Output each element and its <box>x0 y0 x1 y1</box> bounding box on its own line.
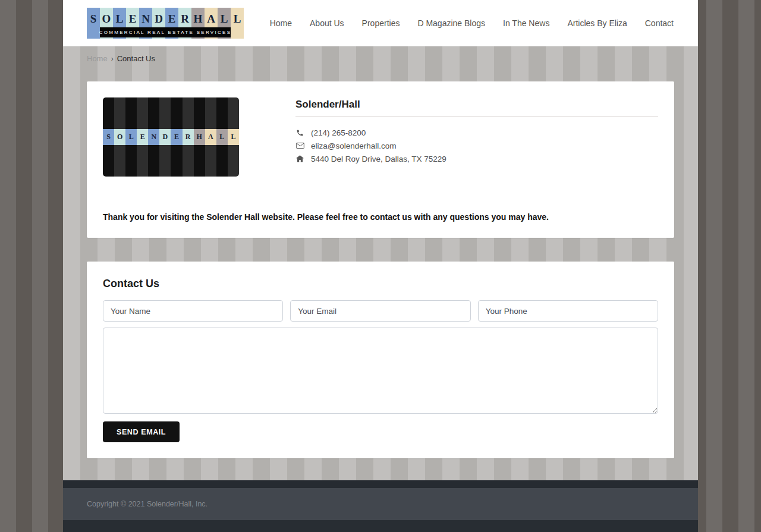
site-logo[interactable]: S O L E N D E R H A L L COMMERCIAL REAL … <box>87 8 244 39</box>
phone-icon <box>295 129 304 137</box>
banner-letter-block: E <box>137 129 148 145</box>
contact-form-fields-row <box>103 300 658 322</box>
desktop-background: S O L E N D E R H A L L COMMERCIAL REAL … <box>0 0 761 532</box>
footer-main: Copyright © 2021 Solender/Hall, Inc. <box>63 488 698 520</box>
logo-letter-block: L <box>231 8 244 39</box>
page-container: S O L E N D E R H A L L COMMERCIAL REAL … <box>63 0 698 532</box>
banner-letter-block: S <box>103 129 114 145</box>
banner-letter-block: L <box>228 129 239 145</box>
breadcrumb: Home › Contact Us <box>87 54 674 63</box>
company-address: 5440 Del Roy Drive, Dallas, TX 75229 <box>311 155 446 163</box>
footer-bottom-strip <box>63 520 698 532</box>
company-info: Solender/Hall (214) 265-8200 <box>295 97 658 165</box>
divider <box>295 117 658 117</box>
banner-letter-block: L <box>216 129 228 145</box>
nav-item-in-the-news[interactable]: In The News <box>503 18 549 28</box>
main-content: Home › Contact Us S O L E N D E R <box>63 46 698 480</box>
banner-letter-block: H <box>194 129 205 145</box>
message-textarea[interactable] <box>103 328 658 414</box>
breadcrumb-home-link[interactable]: Home <box>87 54 108 63</box>
phone-row: (214) 265-8200 <box>295 126 658 139</box>
company-email[interactable]: eliza@solenderhall.com <box>311 141 397 150</box>
banner-letter-block: A <box>205 129 216 145</box>
logo-letter-block: S <box>87 8 100 39</box>
company-card: S O L E N D E R H A L L Solender/H <box>87 81 674 238</box>
banner-letter-block: E <box>171 129 182 145</box>
banner-letter-block: L <box>125 129 137 145</box>
email-input[interactable] <box>290 300 470 322</box>
banner-letter-block: N <box>148 129 159 145</box>
nav-item-contact[interactable]: Contact <box>645 18 674 28</box>
banner-letter-block: R <box>183 129 194 145</box>
envelope-icon <box>295 142 304 149</box>
breadcrumb-separator-icon: › <box>111 55 114 63</box>
logo-tagline: COMMERCIAL REAL ESTATE SERVICES <box>100 27 231 37</box>
contact-form-card: Contact Us SEND EMAIL <box>87 262 674 458</box>
home-icon <box>295 155 304 162</box>
company-logo-image: S O L E N D E R H A L L <box>103 97 239 177</box>
company-name: Solender/Hall <box>295 99 658 111</box>
address-row: 5440 Del Roy Drive, Dallas, TX 75229 <box>295 152 658 165</box>
main-nav: Home About Us Properties D Magazine Blog… <box>270 18 674 28</box>
nav-item-about-us[interactable]: About Us <box>310 18 344 28</box>
welcome-message: Thank you for visiting the Solender Hall… <box>103 212 658 222</box>
contact-form-heading: Contact Us <box>103 278 658 290</box>
breadcrumb-current: Contact Us <box>117 54 155 63</box>
nav-item-d-magazine-blogs[interactable]: D Magazine Blogs <box>417 18 485 28</box>
nav-item-articles-by-eliza[interactable]: Articles By Eliza <box>567 18 627 28</box>
site-footer: Copyright © 2021 Solender/Hall, Inc. <box>63 480 698 532</box>
footer-top-strip <box>63 480 698 488</box>
company-phone: (214) 265-8200 <box>311 128 366 137</box>
site-header: S O L E N D E R H A L L COMMERCIAL REAL … <box>63 0 698 46</box>
send-email-button[interactable]: SEND EMAIL <box>103 421 180 442</box>
banner-letter-block: O <box>114 129 125 145</box>
copyright-text: Copyright © 2021 Solender/Hall, Inc. <box>87 500 207 508</box>
nav-item-properties[interactable]: Properties <box>362 18 400 28</box>
name-input[interactable] <box>103 300 283 322</box>
nav-item-home[interactable]: Home <box>270 18 292 28</box>
phone-input[interactable] <box>478 300 658 322</box>
banner-letter-block: D <box>159 129 171 145</box>
email-row: eliza@solenderhall.com <box>295 139 658 152</box>
